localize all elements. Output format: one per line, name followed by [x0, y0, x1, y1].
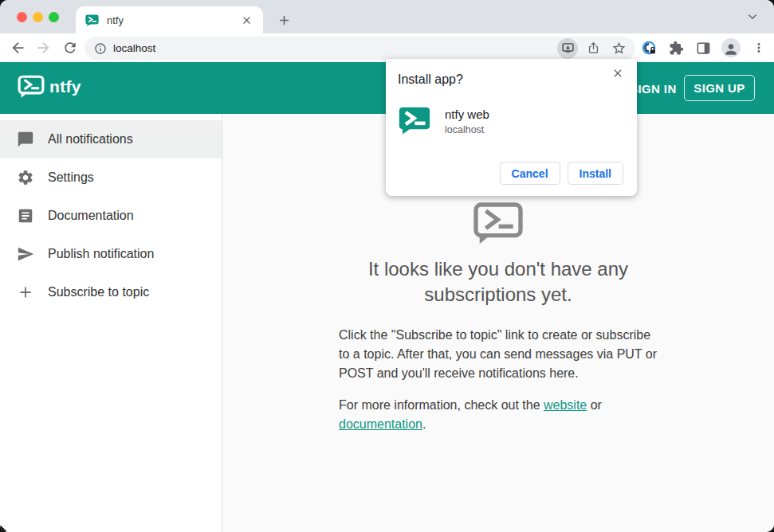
ntfy-logo-icon — [18, 75, 45, 99]
empty-state-links-paragraph: For more information, check out the webs… — [339, 396, 658, 434]
sidebar-item-settings[interactable]: Settings — [0, 158, 222, 197]
paragraph-text: or — [587, 398, 602, 412]
browser-window: ntfy localhost — [0, 0, 774, 532]
sidebar-item-documentation[interactable]: Documentation — [0, 197, 222, 235]
plus-icon — [17, 284, 34, 301]
back-icon[interactable] — [10, 40, 26, 57]
sidebar-item-label: Documentation — [48, 209, 134, 223]
extensions-puzzle-icon[interactable] — [667, 39, 685, 57]
window-minimize-button[interactable] — [33, 12, 43, 22]
ntfy-terminal-icon-large — [473, 201, 524, 246]
sidebar: All notifications Settings Documentation… — [0, 114, 222, 532]
sidebar-item-label: Settings — [48, 170, 94, 185]
sidebar-item-label: Publish notification — [48, 247, 154, 261]
side-panel-icon[interactable] — [694, 39, 712, 57]
gear-icon — [17, 169, 34, 186]
profile-avatar[interactable] — [721, 38, 741, 57]
article-icon — [17, 207, 34, 225]
menu-kebab-icon[interactable] — [750, 39, 768, 57]
share-icon[interactable] — [583, 38, 603, 59]
browser-tab-ntfy[interactable]: ntfy — [76, 6, 263, 33]
dialog-close-icon[interactable] — [610, 65, 626, 81]
forward-icon — [35, 40, 52, 57]
tab-close-icon[interactable] — [240, 14, 253, 27]
empty-state-paragraph: Click the "Subscribe to topic" link to c… — [339, 326, 658, 383]
new-tab-button[interactable] — [274, 10, 293, 29]
tab-search-chevron-icon[interactable] — [745, 10, 760, 24]
dialog-app-origin: localhost — [445, 124, 489, 135]
install-app-icon[interactable] — [557, 38, 578, 59]
sidebar-item-label: Subscribe to topic — [48, 285, 149, 299]
url-text[interactable]: localhost — [113, 42, 557, 54]
website-link[interactable]: website — [544, 398, 587, 412]
documentation-link[interactable]: documentation — [339, 417, 422, 431]
cancel-button[interactable]: Cancel — [500, 162, 560, 185]
install-app-dialog: Install app? ntfy web localhost Cancel I… — [386, 59, 637, 196]
tab-title: ntfy — [107, 14, 240, 26]
paragraph-text: For more information, check out the — [339, 398, 544, 412]
sign-up-button[interactable]: SIGN UP — [684, 75, 755, 101]
brand-name: ntfy — [49, 77, 81, 96]
sidebar-item-subscribe-to-topic[interactable]: Subscribe to topic — [0, 273, 222, 311]
paragraph-text: . — [422, 417, 426, 431]
privacy-extension-icon[interactable] — [640, 39, 658, 57]
chat-icon — [17, 131, 34, 148]
tab-strip: ntfy — [0, 0, 774, 33]
address-bar[interactable]: localhost — [84, 37, 635, 60]
sidebar-item-all-notifications[interactable]: All notifications — [0, 120, 222, 158]
dialog-app-name: ntfy web — [445, 108, 489, 121]
send-icon — [17, 245, 34, 263]
window-close-button[interactable] — [17, 12, 27, 22]
sidebar-item-publish-notification[interactable]: Publish notification — [0, 235, 222, 273]
bookmark-star-icon[interactable] — [608, 38, 629, 59]
ntfy-app-icon — [399, 106, 430, 138]
extension-area — [640, 33, 768, 62]
page-info-icon[interactable] — [94, 42, 107, 55]
install-button[interactable]: Install — [568, 162, 623, 185]
sidebar-item-label: All notifications — [48, 132, 133, 147]
dialog-title: Install app? — [398, 72, 463, 87]
mouse-cursor — [0, 524, 10, 532]
ntfy-favicon-icon — [85, 14, 99, 27]
window-zoom-button[interactable] — [49, 12, 59, 22]
empty-state-heading: It looks like you don't have any subscri… — [347, 256, 650, 307]
reload-icon[interactable] — [62, 40, 78, 56]
browser-toolbar: localhost — [0, 33, 774, 62]
